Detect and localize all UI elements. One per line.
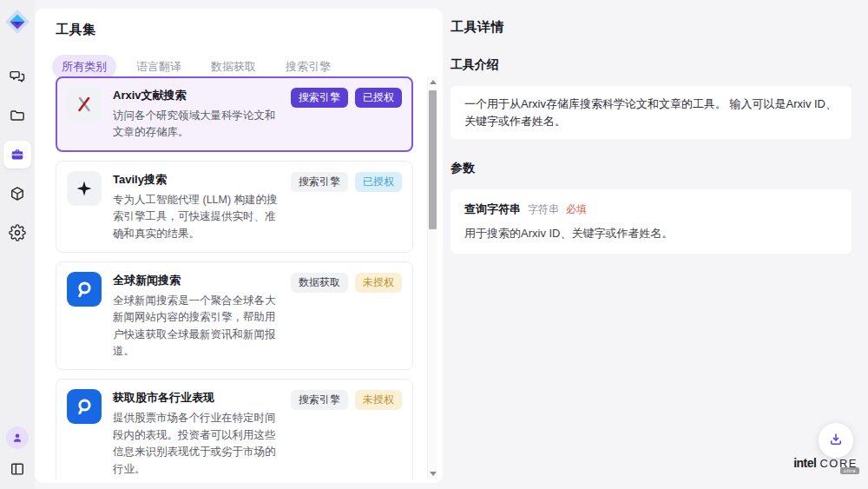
param-name: 查询字符串 bbox=[464, 202, 521, 217]
sidebar-nav bbox=[3, 63, 31, 247]
auth-badge: 已授权 bbox=[355, 172, 402, 192]
scrollbar-down-arrow[interactable] bbox=[430, 472, 437, 476]
arxiv-logo-icon bbox=[67, 87, 102, 122]
tab-category-3[interactable]: 搜索引擎 bbox=[276, 55, 340, 79]
tab-category-0[interactable]: 所有类别 bbox=[52, 55, 116, 79]
app-logo bbox=[4, 9, 30, 35]
download-button[interactable] bbox=[819, 423, 853, 458]
tool-name: Arxiv文献搜索 bbox=[113, 88, 279, 103]
chat-icon[interactable] bbox=[3, 63, 31, 90]
auth-badge: 未授权 bbox=[355, 390, 402, 410]
panel-toggle-icon[interactable] bbox=[6, 458, 29, 480]
tool-list-scrollbar[interactable] bbox=[427, 76, 437, 479]
tool-badges: 搜索引擎已授权 bbox=[291, 87, 402, 142]
tool-text: 全球新闻搜索全球新闻搜索是一个聚合全球各大新闻网站内容的搜索引擎，帮助用户快速获… bbox=[113, 272, 279, 360]
category-badge: 搜索引擎 bbox=[291, 172, 348, 192]
param-description: 用于搜索的Arxiv ID、关键字或作者姓名。 bbox=[464, 226, 838, 241]
tools-panel: 工具集 所有类别语言翻译数据获取搜索引擎 Arxiv文献搜索访问各个研究领域大量… bbox=[35, 9, 443, 483]
scrollbar-up-arrow[interactable] bbox=[430, 80, 437, 84]
tools-panel-title: 工具集 bbox=[35, 9, 443, 38]
tavily-logo-icon bbox=[67, 171, 102, 206]
tool-name: 获取股市各行业表现 bbox=[113, 390, 279, 406]
category-badge: 搜索引擎 bbox=[291, 88, 348, 108]
category-tabs: 所有类别语言翻译数据获取搜索引擎 bbox=[52, 55, 443, 79]
toolbox-icon[interactable] bbox=[3, 141, 31, 169]
intro-card: 一个用于从Arxiv存储库搜索科学论文和文章的工具。 输入可以是Arxiv ID… bbox=[450, 86, 852, 139]
tool-text: 获取股市各行业表现提供股票市场各个行业在特定时间段内的表现。投资者可以利用这些信… bbox=[113, 389, 279, 478]
tool-details-panel: 工具详情 工具介绍 一个用于从Arxiv存储库搜索科学论文和文章的工具。 输入可… bbox=[443, 0, 868, 489]
tool-description: 全球新闻搜索是一个聚合全球各大新闻网站内容的搜索引擎，帮助用户快速获取全球最新资… bbox=[113, 293, 279, 360]
tool-badges: 数据获取未授权 bbox=[291, 272, 402, 360]
folder-icon[interactable] bbox=[3, 102, 31, 129]
tool-description: 专为人工智能代理 (LLM) 构建的搜索引擎工具，可快速提供实时、准确和真实的结… bbox=[113, 192, 279, 242]
intro-text: 一个用于从Arxiv存储库搜索科学论文和文章的工具。 输入可以是Arxiv ID… bbox=[464, 97, 837, 128]
tool-text: Tavily搜索专为人工智能代理 (LLM) 构建的搜索引擎工具，可快速提供实时… bbox=[113, 171, 279, 242]
tool-badges: 搜索引擎未授权 bbox=[291, 389, 402, 478]
gear-icon[interactable] bbox=[3, 219, 31, 247]
sidebar bbox=[0, 0, 35, 489]
param-head: 查询字符串 字符串 必填 bbox=[464, 202, 838, 217]
tab-category-1[interactable]: 语言翻译 bbox=[127, 55, 191, 79]
sidebar-bottom bbox=[6, 426, 29, 480]
tool-description: 提供股票市场各个行业在特定时间段内的表现。投资者可以利用这些信息来识别表现优于或… bbox=[113, 410, 279, 478]
qlogo-logo-icon bbox=[67, 272, 102, 307]
user-avatar-icon[interactable] bbox=[6, 426, 29, 449]
ultra-badge: ultra bbox=[840, 467, 859, 474]
tool-name: Tavily搜索 bbox=[113, 172, 279, 188]
tool-card[interactable]: 获取股市各行业表现提供股票市场各个行业在特定时间段内的表现。投资者可以利用这些信… bbox=[56, 379, 413, 479]
tool-description: 访问各个研究领域大量科学论文和文章的存储库。 bbox=[113, 108, 279, 142]
scrollbar-thumb[interactable] bbox=[429, 90, 437, 229]
tool-card[interactable]: Tavily搜索专为人工智能代理 (LLM) 构建的搜索引擎工具，可快速提供实时… bbox=[56, 161, 413, 253]
tool-name: 全球新闻搜索 bbox=[113, 273, 279, 288]
params-heading: 参数 bbox=[450, 161, 852, 176]
tool-list: Arxiv文献搜索访问各个研究领域大量科学论文和文章的存储库。搜索引擎已授权 T… bbox=[56, 76, 413, 479]
tool-card[interactable]: 全球新闻搜索全球新闻搜索是一个聚合全球各大新闻网站内容的搜索引擎，帮助用户快速获… bbox=[56, 261, 413, 371]
cube-icon[interactable] bbox=[3, 180, 31, 208]
param-type: 字符串 bbox=[528, 202, 559, 217]
category-badge: 搜索引擎 bbox=[291, 390, 348, 410]
auth-badge: 已授权 bbox=[355, 88, 402, 108]
download-icon bbox=[828, 432, 844, 450]
intro-heading: 工具介绍 bbox=[450, 57, 852, 73]
tool-badges: 搜索引擎已授权 bbox=[291, 171, 402, 242]
tool-card[interactable]: Arxiv文献搜索访问各个研究领域大量科学论文和文章的存储库。搜索引擎已授权 bbox=[56, 76, 413, 152]
intel-wordmark: intel bbox=[793, 456, 816, 470]
param-card: 查询字符串 字符串 必填 用于搜索的Arxiv ID、关键字或作者姓名。 bbox=[450, 189, 852, 254]
intel-core-logo: intel CORE ultra bbox=[793, 455, 858, 471]
param-required-flag: 必填 bbox=[566, 202, 587, 217]
qlogo-logo-icon bbox=[67, 389, 102, 424]
category-badge: 数据获取 bbox=[291, 273, 348, 293]
tool-text: Arxiv文献搜索访问各个研究领域大量科学论文和文章的存储库。 bbox=[113, 87, 279, 142]
tab-category-2[interactable]: 数据获取 bbox=[201, 55, 266, 79]
details-title: 工具详情 bbox=[450, 19, 852, 36]
auth-badge: 未授权 bbox=[355, 273, 402, 293]
